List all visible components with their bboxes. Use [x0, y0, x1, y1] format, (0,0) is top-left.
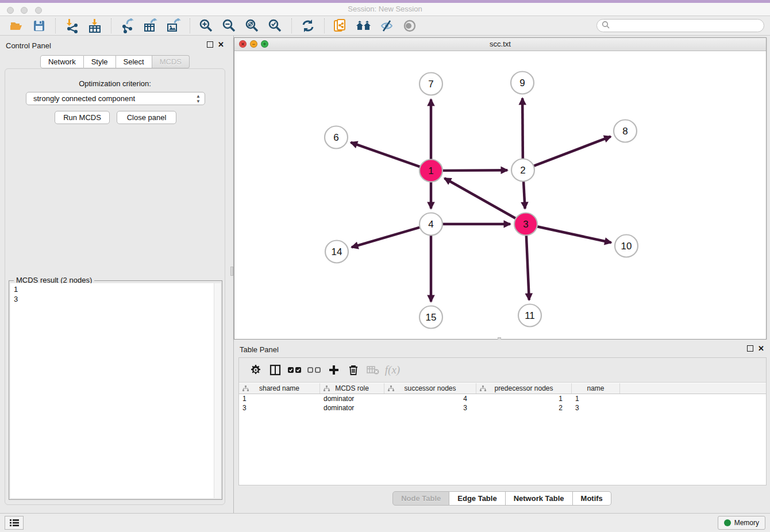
node-4[interactable]: 4 — [419, 213, 442, 236]
node-15[interactable]: 15 — [419, 306, 442, 329]
edge-1-2[interactable] — [442, 170, 507, 171]
function-builder-icon[interactable]: f(x) — [383, 361, 402, 379]
cell-shared-name[interactable]: 1 — [239, 395, 320, 403]
table-panel: Table Panel ✕ — [234, 340, 770, 513]
open-session-icon[interactable] — [7, 17, 25, 34]
import-table-icon[interactable] — [86, 17, 103, 34]
network-window-titlebar[interactable]: ✕ − + scc.txt — [234, 38, 766, 51]
svg-text:1: 1 — [428, 165, 433, 176]
control-panel: Control Panel ✕ NetworkStyleSelectMCDS O… — [0, 36, 230, 513]
hide-graphics-details-icon[interactable] — [378, 17, 395, 34]
network-canvas[interactable]: 7968124314101511 — [234, 51, 766, 339]
network-minimize-icon[interactable]: − — [250, 40, 257, 48]
delete-table-icon[interactable] — [363, 361, 383, 379]
memory-button[interactable]: Memory — [718, 516, 765, 530]
column-header-predecessor-nodes[interactable]: predecessor nodes — [476, 383, 572, 394]
edge-3-10[interactable] — [537, 226, 611, 242]
column-header-shared-name[interactable]: shared name — [239, 383, 320, 394]
zoom-out-icon[interactable] — [221, 17, 238, 34]
column-header-successor-nodes[interactable]: successor nodes — [384, 383, 476, 394]
vertical-splitter[interactable] — [230, 36, 234, 513]
column-header-name[interactable]: name — [572, 383, 620, 394]
import-network-icon[interactable] — [63, 17, 80, 34]
float-panel-icon[interactable] — [207, 41, 213, 48]
node-10[interactable]: 10 — [615, 235, 638, 257]
cell-MCDS-role[interactable]: dominator — [320, 404, 384, 412]
select-all-checkboxes-icon[interactable] — [285, 361, 305, 379]
cell-name[interactable]: 1 — [572, 395, 620, 403]
delete-column-icon[interactable] — [344, 361, 363, 379]
run-mcds-button[interactable]: Run MCDS — [55, 111, 110, 124]
search-input[interactable] — [610, 22, 764, 30]
export-table-icon[interactable] — [142, 17, 159, 34]
close-panel-button[interactable]: Close panel — [117, 111, 176, 124]
close-panel-icon[interactable]: ✕ — [758, 345, 764, 352]
first-neighbors-icon[interactable] — [355, 17, 372, 34]
cell-shared-name[interactable]: 3 — [239, 404, 320, 412]
cell-predecessor-nodes[interactable]: 1 — [476, 395, 572, 403]
gear-icon[interactable] — [246, 361, 265, 379]
network-maximize-icon[interactable]: + — [261, 40, 268, 48]
task-history-button[interactable] — [5, 516, 24, 530]
edge-4-14[interactable] — [352, 228, 420, 248]
refresh-view-icon[interactable] — [299, 17, 317, 34]
node-8[interactable]: 8 — [614, 120, 637, 142]
edge-2-8[interactable] — [534, 137, 611, 166]
optimization-criterion-select[interactable]: strongly connected component ▲▼ — [26, 92, 205, 105]
node-3[interactable]: 3 — [514, 213, 537, 236]
edge-3-11[interactable] — [526, 236, 529, 300]
node-6[interactable]: 6 — [325, 126, 348, 149]
mcds-result-text[interactable]: 1 3 — [10, 283, 221, 498]
deselect-all-checkboxes-icon[interactable] — [305, 361, 324, 379]
cell-successor-nodes[interactable]: 4 — [384, 395, 476, 403]
network-close-icon[interactable]: ✕ — [239, 40, 247, 48]
tab-node-table[interactable]: Node Table — [392, 491, 449, 506]
tab-mcds[interactable]: MCDS — [152, 55, 190, 68]
zoom-window-button[interactable] — [35, 7, 42, 14]
svg-text:4: 4 — [428, 219, 433, 230]
float-panel-icon[interactable] — [747, 345, 753, 352]
zoom-in-icon[interactable] — [198, 17, 215, 34]
search-field[interactable] — [596, 19, 764, 32]
split-columns-icon[interactable] — [265, 361, 285, 379]
add-column-icon[interactable] — [324, 361, 344, 379]
tab-edge-table[interactable]: Edge Table — [449, 491, 505, 506]
svg-text:2: 2 — [520, 165, 525, 176]
cell-name[interactable]: 3 — [572, 404, 620, 412]
node-11[interactable]: 11 — [518, 304, 541, 327]
minimize-window-button[interactable] — [21, 7, 28, 14]
node-9[interactable]: 9 — [511, 72, 534, 94]
node-1[interactable]: 1 — [419, 160, 442, 182]
tab-network-table[interactable]: Network Table — [506, 491, 573, 506]
duplicate-network-icon[interactable] — [332, 17, 349, 34]
tab-network[interactable]: Network — [40, 55, 84, 68]
close-panel-icon[interactable]: ✕ — [218, 41, 224, 48]
zoom-fit-icon[interactable] — [244, 17, 261, 34]
cell-predecessor-nodes[interactable]: 2 — [476, 404, 572, 412]
table-row[interactable]: 1dominator411 — [239, 394, 766, 403]
app-title: Session: New Session — [0, 3, 770, 16]
show-graphics-details-icon[interactable] — [401, 17, 418, 34]
splitter-handle[interactable] — [230, 267, 233, 276]
tab-style[interactable]: Style — [84, 55, 116, 68]
export-image-icon[interactable] — [165, 17, 182, 34]
edge-3-1[interactable] — [445, 178, 516, 218]
result-scrollbar[interactable] — [214, 283, 221, 498]
column-header-MCDS-role[interactable]: MCDS role — [320, 383, 384, 394]
table-row[interactable]: 3dominator323 — [239, 403, 766, 413]
edge-2-9[interactable] — [522, 98, 523, 159]
edge-2-3[interactable] — [523, 182, 525, 209]
cell-MCDS-role[interactable]: dominator — [320, 395, 384, 403]
node-7[interactable]: 7 — [419, 73, 442, 95]
close-window-button[interactable] — [7, 7, 14, 14]
node-14[interactable]: 14 — [325, 241, 348, 263]
tab-motifs[interactable]: Motifs — [573, 491, 611, 506]
save-session-icon[interactable] — [30, 17, 48, 34]
node-2[interactable]: 2 — [511, 159, 534, 182]
export-network-icon[interactable] — [119, 17, 136, 34]
toolbar-separator — [55, 18, 56, 33]
cell-successor-nodes[interactable]: 3 — [384, 404, 476, 412]
zoom-selected-icon[interactable] — [267, 17, 284, 34]
tab-select[interactable]: Select — [116, 55, 152, 68]
edge-1-6[interactable] — [351, 142, 420, 167]
